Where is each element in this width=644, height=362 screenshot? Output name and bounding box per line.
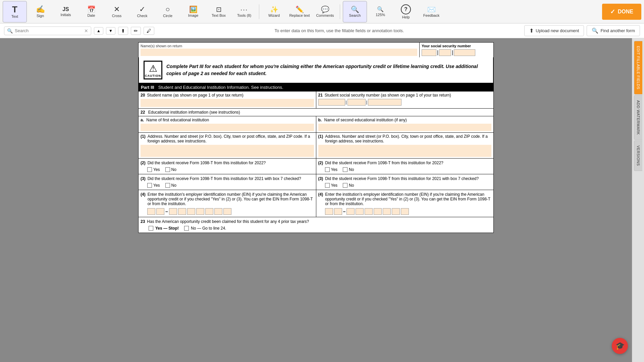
help-bubble[interactable]: 🎓 bbox=[612, 338, 628, 354]
tool-feedback[interactable]: ✉️ Feedback bbox=[419, 1, 443, 22]
search-export-button[interactable]: ⬆ bbox=[118, 27, 128, 35]
sidebar-tab-watermark[interactable]: ADD WATERMARK bbox=[634, 95, 642, 140]
row21-ssn-1[interactable] bbox=[318, 99, 345, 106]
row20-input[interactable] bbox=[141, 99, 314, 107]
q2-b-yes-label: Yes bbox=[331, 167, 338, 172]
col-a-name-input[interactable] bbox=[141, 124, 314, 131]
done-label: DONE bbox=[618, 9, 633, 15]
q3-a-yes-checkbox[interactable] bbox=[147, 183, 152, 188]
tool-textbox-label: Text Box bbox=[212, 13, 226, 17]
tool-replace-text[interactable]: ✏️ Replace text bbox=[287, 1, 312, 22]
row-q3: (3) Did the student receive Form 1098-T … bbox=[139, 174, 494, 190]
tool-zoom[interactable]: 🔍 125% bbox=[368, 1, 392, 22]
document-area: Name(s) shown on return Your social secu… bbox=[0, 38, 632, 362]
row-q2: (2) Did the student receive Form 1098-T … bbox=[139, 159, 494, 174]
row23-text: Has the American opportunity credit been… bbox=[147, 219, 491, 224]
search-prev-button[interactable]: ▲ bbox=[94, 27, 103, 35]
ein-b-7[interactable] bbox=[383, 208, 391, 215]
search-icon: 🔍 bbox=[351, 6, 359, 13]
ein-a-9[interactable] bbox=[223, 208, 231, 215]
row21-ssn-3[interactable] bbox=[368, 99, 401, 106]
row23-yes-checkbox[interactable] bbox=[149, 226, 153, 231]
search-input[interactable] bbox=[15, 28, 82, 33]
sidebar-tab-versions[interactable]: VERSIONS bbox=[634, 140, 642, 171]
ein-b-9[interactable] bbox=[401, 208, 409, 215]
sidebar-tab-fillable-fields[interactable]: EDIT FILLABLE FIELDS bbox=[634, 41, 642, 95]
q4-a-num: (4) bbox=[141, 192, 146, 197]
ein-b-1[interactable] bbox=[325, 208, 333, 215]
q2-b-no-group: No bbox=[343, 167, 354, 172]
q2-a-num: (2) bbox=[141, 161, 146, 165]
tool-text[interactable]: T Text bbox=[3, 1, 27, 22]
tool-sign-label: Sign bbox=[37, 14, 44, 18]
names-input[interactable] bbox=[141, 49, 417, 56]
col-b-title: Name of second educational institution (… bbox=[324, 118, 407, 122]
find-label: Find another form bbox=[600, 28, 635, 33]
ein-a-4[interactable] bbox=[178, 208, 186, 215]
upload-document-button[interactable]: ⬆ Upload new document bbox=[524, 25, 584, 36]
tool-comments[interactable]: 💬 Comments bbox=[313, 1, 337, 22]
ein-a-8[interactable] bbox=[214, 208, 222, 215]
tool-circle[interactable]: ○ Circle bbox=[156, 1, 180, 22]
ein-b-8[interactable] bbox=[392, 208, 400, 215]
q3-a-no-label: No bbox=[171, 183, 176, 188]
q3-a-no-checkbox[interactable] bbox=[165, 183, 170, 188]
tool-help[interactable]: ? Help bbox=[394, 1, 418, 22]
ssn-field-2[interactable] bbox=[439, 49, 451, 56]
ein-b-3[interactable] bbox=[346, 208, 355, 215]
tool-image[interactable]: 🖼️ Image bbox=[181, 1, 205, 22]
find-another-form-button[interactable]: 🔍 Find another form bbox=[587, 25, 640, 36]
part-title: Student and Educational Institution Info… bbox=[158, 85, 283, 90]
row23-no-group: No — Go to line 24. bbox=[184, 226, 226, 231]
q3-a-num: (3) bbox=[141, 176, 146, 181]
search-clear-button[interactable]: ✕ bbox=[84, 28, 88, 34]
col-b-name-input[interactable] bbox=[318, 124, 492, 131]
q2-a-no-checkbox[interactable] bbox=[165, 167, 170, 172]
tool-date[interactable]: 📅 Date bbox=[79, 1, 103, 22]
ein-a-1[interactable] bbox=[147, 208, 155, 215]
zoom-icon: 🔍 bbox=[377, 7, 384, 12]
image-icon: 🖼️ bbox=[189, 6, 198, 13]
q2-b-no-checkbox[interactable] bbox=[343, 167, 347, 172]
row23-no-checkbox[interactable] bbox=[184, 226, 189, 231]
tool-cross[interactable]: ✕ Cross bbox=[105, 1, 129, 22]
ein-b-4[interactable] bbox=[356, 208, 364, 215]
main-area: Name(s) shown on return Your social secu… bbox=[0, 38, 644, 362]
done-button[interactable]: DONE bbox=[602, 4, 641, 20]
ein-a-6[interactable] bbox=[196, 208, 204, 215]
tool-search[interactable]: 🔍 Search bbox=[343, 1, 367, 22]
tool-check[interactable]: ✓ Check bbox=[130, 1, 154, 22]
row21-label: Student social security number (as shown… bbox=[325, 93, 451, 98]
help-icon: ? bbox=[401, 4, 411, 14]
ein-b-5[interactable] bbox=[365, 208, 373, 215]
search-annotate-button[interactable]: 🖊 bbox=[144, 27, 154, 35]
q3-b-no-checkbox[interactable] bbox=[343, 183, 347, 188]
ein-a-5[interactable] bbox=[187, 208, 195, 215]
col-a-label: a. bbox=[141, 118, 144, 122]
col-b-label: b. bbox=[318, 118, 322, 122]
tool-textbox[interactable]: ⊡ Text Box bbox=[207, 1, 231, 22]
ein-b-2[interactable] bbox=[334, 208, 342, 215]
search-next-button[interactable]: ▼ bbox=[106, 27, 115, 35]
q3-a-yes-label: Yes bbox=[153, 183, 160, 188]
caution-box: ⚠ CAUTION Complete Part III for each stu… bbox=[138, 57, 494, 83]
search-edit-button[interactable]: ✏ bbox=[131, 27, 141, 35]
ein-a-3[interactable] bbox=[169, 208, 177, 215]
q2-b-yes-checkbox[interactable] bbox=[325, 167, 330, 172]
q2-a-yes-checkbox[interactable] bbox=[147, 167, 152, 172]
ein-a-7[interactable] bbox=[205, 208, 213, 215]
ssn-field-1[interactable] bbox=[422, 49, 436, 56]
tool-sign[interactable]: ✍️ Sign bbox=[28, 1, 52, 22]
tool-initials[interactable]: JS Initials bbox=[54, 1, 78, 22]
ein-a-2[interactable] bbox=[156, 208, 164, 215]
ein-b-6[interactable] bbox=[374, 208, 382, 215]
caution-text: Complete Part III for each student for w… bbox=[166, 63, 488, 77]
row21-ssn-2[interactable] bbox=[347, 99, 366, 106]
tool-more[interactable]: ··· Tools (8) bbox=[232, 1, 256, 22]
tool-wizard[interactable]: ✨ Wizard bbox=[262, 1, 286, 22]
row-22-header: 22 Educational institution information (… bbox=[139, 109, 494, 116]
ssn-field-3[interactable] bbox=[454, 49, 475, 56]
row-col-headers: a. Name of first educational institution… bbox=[139, 116, 494, 133]
q3-b-yes-checkbox[interactable] bbox=[325, 183, 330, 188]
right-sidebar: EDIT FILLABLE FIELDS ADD WATERMARK VERSI… bbox=[632, 38, 644, 362]
